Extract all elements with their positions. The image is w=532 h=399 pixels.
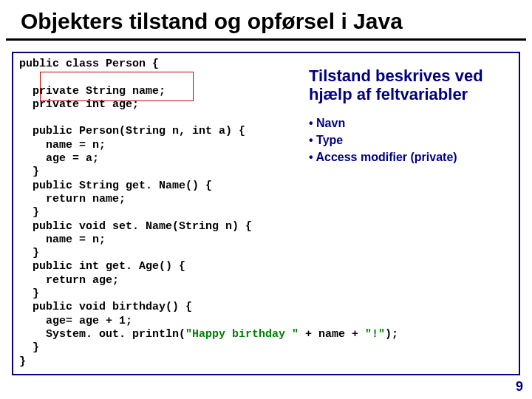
code-line: public int get. Age() { — [19, 260, 185, 273]
explanation-heading: Tilstand beskrives ved hjælp af feltvari… — [309, 66, 516, 104]
code-line: age = a; — [19, 152, 99, 165]
code-line: age= age + 1; — [19, 315, 132, 327]
code-line: name = n; — [19, 233, 106, 246]
code-line: } — [19, 355, 26, 368]
slide: Objekters tilstand og opførsel i Java pu… — [0, 0, 532, 399]
code-line: + name + — [299, 328, 365, 341]
explanation-panel: Tilstand beskrives ved hjælp af feltvari… — [309, 66, 516, 166]
code-line: } — [19, 287, 39, 300]
code-line: } — [19, 247, 39, 259]
code-string: "!" — [365, 328, 385, 341]
code-string: "Happy birthday " — [185, 328, 299, 341]
code-line: public String get. Name() { — [19, 180, 212, 192]
code-line: public void set. Name(String n) { — [19, 220, 252, 233]
code-line: } — [19, 206, 39, 219]
explanation-bullet: Access modifier (private) — [309, 149, 516, 166]
explanation-bullet: Type — [309, 132, 516, 149]
explanation-list: Navn Type Access modifier (private) — [309, 115, 516, 166]
code-line: private String name; — [19, 85, 166, 98]
explanation-bullet: Navn — [309, 115, 516, 132]
code-line: public class Person { — [19, 58, 159, 70]
code-line: private int age; — [19, 98, 139, 111]
page-number: 9 — [516, 379, 523, 395]
code-line: name = n; — [19, 139, 106, 151]
code-line: return name; — [19, 193, 126, 205]
code-line: } — [19, 166, 39, 178]
code-box: public class Person { private String nam… — [12, 52, 520, 375]
code-line: return age; — [19, 274, 119, 287]
code-line: } — [19, 341, 39, 354]
slide-title: Objekters tilstand og opførsel i Java — [6, 0, 526, 41]
code-line: System. out. println( — [19, 328, 185, 341]
code-line: ); — [385, 328, 398, 341]
code-line: public Person(String n, int a) { — [19, 125, 245, 137]
code-line: public void birthday() { — [19, 301, 192, 313]
